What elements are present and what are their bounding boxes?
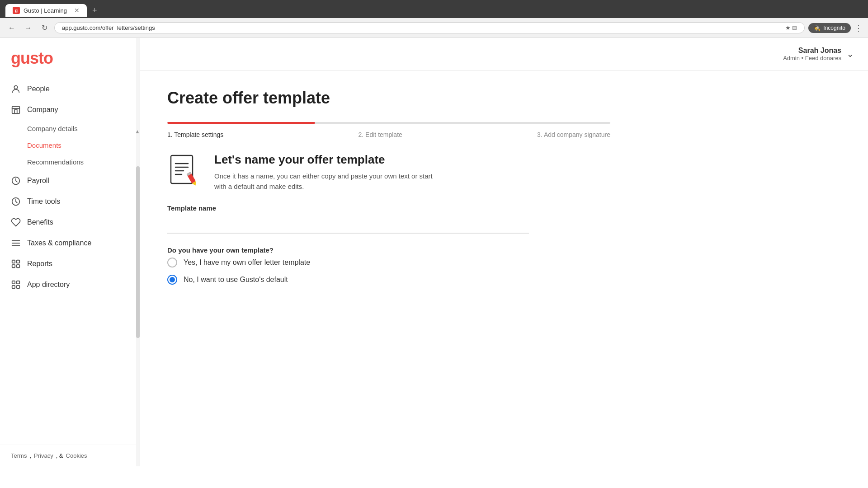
sidebar-footer: Terms , Privacy , & Cookies — [0, 445, 140, 466]
sidebar-item-recommendations[interactable]: Recommendations — [0, 154, 140, 170]
sidebar-scrollbar[interactable] — [136, 38, 140, 466]
refresh-button[interactable]: ↻ — [38, 22, 51, 34]
sidebar-item-time-tools[interactable]: Time tools — [0, 191, 140, 212]
svg-rect-11 — [12, 281, 15, 284]
sidebar-item-taxes[interactable]: Taxes & compliance — [0, 233, 140, 253]
svg-rect-15 — [171, 155, 193, 183]
list-icon — [11, 238, 21, 248]
sidebar-item-reports[interactable]: Reports — [0, 253, 140, 274]
address-bar-row: ← → ↻ app.gusto.com/offer_letters/settin… — [0, 18, 868, 38]
sidebar-item-label: Time tools — [27, 197, 60, 206]
sidebar-item-label: Taxes & compliance — [27, 239, 91, 247]
sidebar-sub-label: Documents — [27, 141, 61, 149]
apps-icon — [11, 280, 21, 290]
svg-rect-12 — [17, 281, 19, 284]
browser-tab-bar: g Gusto | Learning ✕ + — [0, 0, 868, 18]
section-heading: Let's name your offer template — [214, 153, 433, 167]
sidebar-item-label: Company — [27, 106, 58, 114]
tab-favicon: g — [13, 7, 20, 14]
back-button[interactable]: ← — [5, 22, 18, 34]
step-3-label: 3. Add company signature — [537, 131, 610, 138]
reports-icon — [11, 259, 21, 269]
svg-rect-8 — [17, 260, 19, 263]
payroll-icon — [11, 176, 21, 186]
radio-circle-own[interactable] — [167, 258, 177, 267]
template-name-group: Template name — [167, 204, 610, 234]
svg-rect-9 — [12, 265, 15, 267]
content-inner: Create offer template 1. Template settin… — [140, 70, 637, 315]
user-dropdown-chevron[interactable]: ⌄ — [847, 49, 854, 59]
progress-bar-fill — [167, 122, 315, 124]
section-header: Let's name your offer template Once it h… — [167, 153, 610, 192]
user-name: Sarah Jonas — [783, 47, 841, 55]
step-2-label: 2. Edit template — [359, 131, 402, 138]
sidebar-nav: People Company Company details — [0, 75, 140, 445]
radio-option-own[interactable]: Yes, I have my own offer letter template — [167, 258, 610, 267]
page-title: Create offer template — [167, 89, 610, 108]
svg-rect-10 — [17, 265, 19, 267]
own-template-label: Do you have your own template? — [167, 246, 610, 254]
main-content: Create offer template 1. Template settin… — [140, 70, 868, 466]
step-1-label: 1. Template settings — [167, 131, 223, 138]
radio-circle-default[interactable] — [167, 275, 177, 285]
progress-steps: 1. Template settings 2. Edit template 3.… — [167, 122, 610, 138]
incognito-badge: 🕵 Incognito — [808, 23, 851, 33]
sidebar-item-label: App directory — [27, 281, 70, 289]
forward-button[interactable]: → — [22, 22, 34, 34]
app-header: Sarah Jonas Admin • Feed donares ⌄ — [140, 38, 868, 70]
section-body: Once it has a name, you can either copy … — [214, 171, 433, 192]
user-role: Admin • Feed donares — [783, 55, 841, 61]
progress-bar-track — [167, 122, 610, 124]
section-text: Let's name your offer template Once it h… — [214, 153, 433, 192]
radio-group: Yes, I have my own offer letter template… — [167, 258, 610, 285]
scrollbar-up-arrow[interactable]: ▲ — [135, 128, 140, 135]
logo-area: gusto — [0, 38, 140, 75]
tab-close-button[interactable]: ✕ — [74, 7, 80, 14]
step-labels: 1. Template settings 2. Edit template 3.… — [167, 131, 610, 138]
url-display: app.gusto.com/offer_letters/settings — [62, 24, 785, 31]
active-tab[interactable]: g Gusto | Learning ✕ — [5, 4, 87, 17]
own-template-group: Do you have your own template? Yes, I ha… — [167, 246, 610, 285]
svg-rect-13 — [12, 286, 15, 288]
address-bar-icons: ★ ⊟ — [785, 24, 797, 31]
sidebar-item-label: Benefits — [27, 218, 53, 226]
tab-title: Gusto | Learning — [24, 7, 67, 14]
sidebar-item-documents[interactable]: Documents — [0, 137, 140, 154]
sidebar: gusto ▲ People — [0, 38, 140, 466]
user-info[interactable]: Sarah Jonas Admin • Feed donares ⌄ — [783, 47, 854, 61]
document-icon — [167, 153, 203, 189]
app-layout: gusto ▲ People — [0, 38, 868, 466]
building-icon — [11, 105, 21, 115]
radio-label-default: No, I want to use Gusto's default — [184, 276, 288, 284]
sidebar-item-label: People — [27, 85, 50, 93]
heart-icon — [11, 217, 21, 227]
sidebar-item-benefits[interactable]: Benefits — [0, 212, 140, 233]
sidebar-item-people[interactable]: People — [0, 79, 140, 99]
sidebar-item-company-details[interactable]: Company details — [0, 120, 140, 137]
radio-option-default[interactable]: No, I want to use Gusto's default — [167, 275, 610, 285]
sidebar-item-company[interactable]: Company — [0, 99, 140, 120]
sidebar-item-app-directory[interactable]: App directory — [0, 274, 140, 295]
person-icon — [11, 84, 21, 94]
sidebar-item-label: Reports — [27, 260, 52, 268]
browser-menu-button[interactable]: ⋮ — [854, 23, 863, 33]
sidebar-sub-label: Recommendations — [27, 158, 84, 166]
template-name-label: Template name — [167, 204, 610, 212]
template-name-input[interactable] — [167, 216, 529, 234]
sidebar-item-payroll[interactable]: Payroll — [0, 170, 140, 191]
privacy-link[interactable]: Privacy — [34, 452, 53, 459]
svg-rect-7 — [12, 260, 15, 263]
incognito-icon: 🕵 — [814, 25, 821, 31]
terms-link[interactable]: Terms — [11, 452, 27, 459]
sidebar-scrollbar-thumb[interactable] — [136, 166, 140, 338]
cookies-link[interactable]: Cookies — [66, 452, 87, 459]
address-bar[interactable]: app.gusto.com/offer_letters/settings ★ ⊟ — [54, 22, 805, 33]
gusto-logo: gusto — [11, 49, 129, 68]
svg-point-0 — [14, 86, 17, 89]
user-details: Sarah Jonas Admin • Feed donares — [783, 47, 841, 61]
sidebar-sub-label: Company details — [27, 125, 78, 132]
clock-icon — [11, 197, 21, 206]
new-tab-button[interactable]: + — [89, 6, 101, 15]
incognito-label: Incognito — [823, 25, 845, 31]
svg-rect-14 — [17, 286, 19, 288]
